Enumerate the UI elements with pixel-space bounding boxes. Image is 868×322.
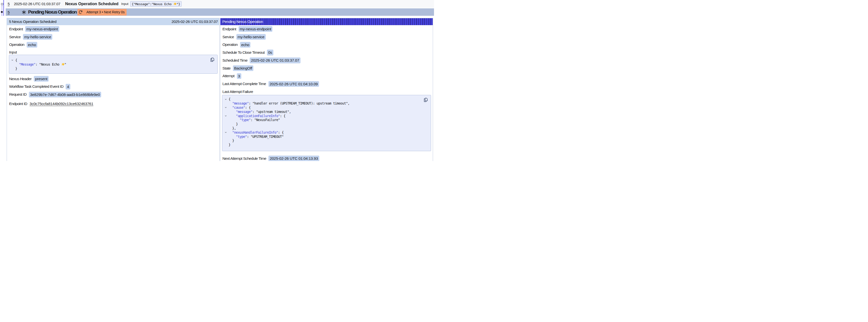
timeline-active-bar (3, 0, 4, 16)
json-text: }, (229, 126, 236, 130)
input-code-block: { "Message": "Nexus Echo "} (9, 55, 218, 74)
pending-marker-circle (1, 11, 3, 13)
pending-operation-title: Pending Nexus Operation (222, 20, 263, 24)
json-key: "nexusHandlerFailureInfo" (232, 130, 278, 134)
collapse-chevron-icon[interactable] (224, 98, 227, 101)
json-line: "message": "handler error (UPSTREAM_TIME… (229, 101, 431, 105)
field-last-attempt-failure-label: Last Attempt Failure (222, 90, 431, 94)
json-text: } (15, 67, 17, 70)
field-value-chip: 3 (237, 73, 241, 79)
pending-operation-panel: Pending Nexus Operation Endpoint my-nexu… (220, 18, 433, 161)
json-text: : "Nexus Echo " (35, 62, 66, 66)
json-line: } (229, 122, 431, 126)
json-text (229, 110, 236, 114)
json-text (229, 130, 232, 134)
field-label: Last Attempt Complete Time (222, 82, 266, 86)
wave-emoji-icon (61, 63, 64, 66)
json-text: { (229, 97, 230, 101)
json-line: "message": "upstream timeout", (229, 110, 431, 114)
field-label: Nexus Header (9, 77, 32, 81)
failure-code-block: { "message": "handler error (UPSTREAM_TI… (222, 95, 431, 151)
json-line: } (229, 138, 431, 143)
field-label: Service (9, 35, 21, 39)
field-label: Endpoint (222, 27, 236, 31)
json-line: }, (229, 126, 431, 130)
field-request-id: Request ID 3e829b7e-7d67-4b08-aad3-b1e86… (9, 92, 218, 97)
timeline-dashed-line (2, 5, 2, 16)
field-label: Scheduled Time (222, 58, 247, 63)
copy-button[interactable] (211, 58, 214, 62)
field-value-chip: 4 (66, 84, 70, 90)
event-input-label: Input (121, 2, 128, 6)
json-text: } (229, 143, 230, 147)
field-value-chip: 2025-02-26 UTC 01:04:10.09 (269, 81, 319, 87)
json-line: "Message": "Nexus Echo " (15, 62, 217, 67)
json-text (229, 101, 232, 105)
json-line: { (15, 58, 217, 62)
json-key: "type" (240, 118, 251, 122)
retry-icon (79, 10, 83, 14)
collapse-chevron-icon[interactable] (224, 131, 227, 134)
field-endpoint: Endpoint my-nexus-endpoint (222, 26, 431, 32)
field-schedule-to-close-timeout: Schedule To Close Timeout 0s (222, 50, 431, 55)
field-value-chip: my-hello-service (23, 34, 52, 40)
json-text: : "UPSTREAM_TIMEOUT" (247, 135, 284, 138)
event-id-link[interactable]: 5 (8, 2, 10, 6)
field-workflow-task-completed-event-id: Workflow Task Completed Event ID 4 (9, 84, 218, 90)
json-line: "cause": { (229, 105, 431, 110)
event-detail-time: 2025-02-26 UTC 01:03:37.07 (172, 20, 218, 24)
json-text (229, 118, 240, 122)
json-text (229, 114, 236, 118)
field-value-chip: my-hello-service (236, 34, 266, 40)
field-label: Input (9, 50, 17, 55)
json-line: "type": "NexusFailure" (229, 118, 431, 122)
field-attempt: Attempt 3 (222, 73, 431, 79)
retry-badge-text: Attempt 3 • Next Retry 0s (86, 10, 125, 14)
field-value-chip: 3e829b7e-7d67-4b08-aad3-b1e868bfe9e0 (29, 92, 101, 97)
event-row-scheduled[interactable]: 5 2025-02-26 UTC 01:03:37.07 Nexus Opera… (6, 0, 434, 8)
event-time: 2025-02-26 UTC 01:03:37.07 (14, 2, 60, 6)
pending-asterisk-icon (22, 10, 26, 14)
field-label: Next Attempt Schedule Time (222, 156, 266, 161)
json-text: } (229, 138, 234, 142)
copy-button[interactable] (424, 98, 428, 102)
json-line: "applicationFailureInfo": { (229, 114, 431, 118)
field-endpoint: Endpoint my-nexus-endpoint (9, 26, 218, 32)
field-value-chip: 0s (267, 50, 273, 55)
json-key: "cause" (232, 105, 245, 109)
field-value-chip: BackingOff (233, 65, 253, 71)
collapse-chevron-icon[interactable] (11, 59, 13, 61)
event-row-pending[interactable]: 5 Pending Nexus Operation Attempt 3 • Ne… (6, 8, 434, 16)
field-scheduled-time: Scheduled Time 2025-02-26 UTC 01:03:37.0… (222, 58, 431, 63)
field-nexus-header: Nexus Header present (9, 76, 218, 82)
json-text: { (15, 58, 17, 62)
retry-badge: Attempt 3 • Next Retry 0s (78, 9, 127, 15)
field-value-chip: 2025-02-26 UTC 01:03:37.07 (250, 58, 300, 63)
collapse-chevron-icon[interactable] (224, 115, 227, 117)
collapse-chevron-icon[interactable] (224, 106, 227, 109)
json-key: "Message" (19, 62, 35, 66)
field-service: Service my-hello-service (9, 34, 218, 40)
timeline-connector (3, 4, 3, 4)
pending-id-link[interactable]: 5 (8, 10, 10, 14)
field-value-chip: my-nexus-endpoint (239, 26, 273, 32)
json-text: : { (280, 114, 285, 118)
field-operation: Operation echo (222, 42, 431, 47)
endpoint-id-link[interactable]: 3c0c75ccfa8144b092c13ce632463761 (30, 102, 93, 106)
json-text: : { (278, 130, 283, 134)
event-title: Nexus Operation Scheduled (65, 1, 118, 6)
event-detail-title: 5 Nexus Operation Scheduled (9, 20, 57, 24)
field-label: State (222, 66, 231, 70)
field-label: Operation (222, 42, 238, 47)
json-text (229, 105, 232, 109)
field-service: Service my-hello-service (222, 34, 431, 40)
field-input-label: Input (9, 50, 218, 55)
field-label: Request ID (9, 92, 27, 97)
event-marker-circle (1, 3, 3, 5)
field-label: Endpoint ID (9, 102, 27, 106)
json-line: } (229, 143, 431, 147)
field-value-chip: my-nexus-endpoint (25, 26, 59, 32)
json-key: "type" (236, 135, 247, 138)
json-key: "message" (232, 101, 249, 105)
json-text: : "NexusFailure" (251, 118, 280, 122)
